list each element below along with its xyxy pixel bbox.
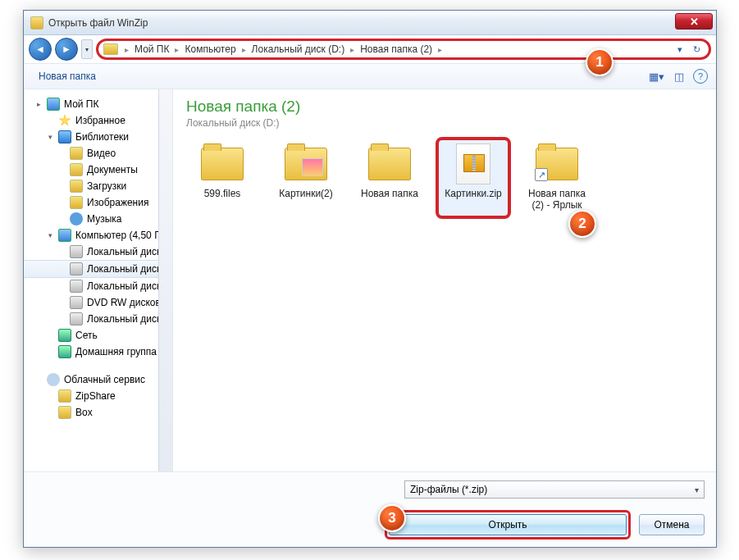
- file-item[interactable]: Новая папка: [354, 139, 426, 217]
- expand-icon[interactable]: ▾: [46, 231, 54, 239]
- tree-item-label: Локальный диск: [87, 313, 161, 325]
- folder-icon: [58, 406, 71, 419]
- close-button[interactable]: ✕: [675, 13, 713, 30]
- cloud-icon: [47, 373, 60, 386]
- window-title: Открыть файл WinZip: [48, 17, 148, 29]
- file-item[interactable]: ↗Новая папка (2) - Ярлык: [521, 139, 593, 217]
- pc-icon: [47, 98, 60, 111]
- callout-2: 2: [568, 210, 596, 238]
- tree-item[interactable]: Локальный диск: [24, 260, 172, 278]
- view-options-icon[interactable]: ▦▾: [647, 67, 665, 85]
- dialog-window: Открыть файл WinZip ✕ ◄ ► ▾ ▸ Мой ПК ▸ К…: [23, 10, 717, 548]
- tree-item[interactable]: Изображения: [24, 194, 172, 211]
- tree-item-label: Видео: [87, 148, 116, 159]
- tree-item[interactable]: ▾Библиотеки: [24, 129, 172, 145]
- file-item[interactable]: Картинки.zip: [437, 139, 509, 217]
- tree-item[interactable]: Домашняя группа: [24, 344, 172, 360]
- file-item[interactable]: Картинки(2): [270, 139, 342, 217]
- address-bar[interactable]: ▸ Мой ПК ▸ Компьютер ▸ Локальный диск (D…: [96, 39, 711, 60]
- tree-item[interactable]: Box: [24, 404, 172, 421]
- back-button[interactable]: ◄: [29, 38, 52, 61]
- tree-item[interactable]: Локальный диск: [24, 278, 172, 294]
- tree-item[interactable]: Локальный диск: [24, 244, 172, 260]
- sidebar: ▸Мой ПКИзбранное▾БиблиотекиВидеоДокумент…: [24, 89, 173, 471]
- pc-icon: [58, 229, 71, 242]
- breadcrumb-item[interactable]: Локальный диск (D:): [249, 42, 348, 57]
- expand-icon[interactable]: ▸: [34, 100, 43, 108]
- tree-item-label: Box: [75, 407, 93, 418]
- content-header: Новая папка (2) Локальный диск (D:): [186, 98, 703, 129]
- file-label: Новая папка: [361, 188, 418, 199]
- disk-icon: [70, 245, 83, 258]
- callout-3: 3: [378, 504, 406, 532]
- chevron-right-icon: ▸: [123, 45, 130, 54]
- tree-item-label: Библиотеки: [75, 131, 129, 143]
- tree-item[interactable]: Загрузки: [24, 178, 172, 194]
- tree-item-label: Изображения: [87, 197, 148, 208]
- breadcrumb-item[interactable]: Мой ПК: [132, 42, 171, 57]
- expand-icon[interactable]: ▾: [46, 133, 54, 141]
- disk-icon: [70, 280, 83, 293]
- tree-item[interactable]: Видео: [24, 145, 172, 162]
- file-label: 599.files: [204, 188, 241, 199]
- tree-item[interactable]: ▾Компьютер (4,50 ГБ: [24, 227, 172, 244]
- folder-icon: [283, 144, 329, 184]
- open-button-label: Открыть: [488, 519, 527, 530]
- tree-item[interactable]: DVD RW дисков: [24, 294, 172, 311]
- forward-button[interactable]: ►: [55, 38, 78, 61]
- tree-item-label: Облачный сервис: [64, 374, 145, 385]
- footer: Zip-файлы (*.zip) Открыть Отмена: [24, 471, 716, 547]
- dropdown-icon[interactable]: ▾: [673, 42, 687, 57]
- tree-item-label: Музыка: [87, 213, 121, 225]
- breadcrumb-item[interactable]: Новая папка (2): [358, 42, 435, 57]
- zip-file-icon: [450, 144, 496, 184]
- breadcrumb: ▸ Мой ПК ▸ Компьютер ▸ Локальный диск (D…: [123, 42, 444, 57]
- tree-item[interactable]: Избранное: [24, 112, 172, 129]
- preview-pane-icon[interactable]: ◫: [670, 67, 688, 85]
- tree-item-label: Избранное: [75, 115, 125, 126]
- history-dropdown[interactable]: ▾: [81, 39, 93, 59]
- content-pane: Новая папка (2) Локальный диск (D:) 599.…: [173, 89, 716, 471]
- tree-item-label: Сеть: [75, 330, 98, 341]
- tree-item-label: Документы: [87, 164, 138, 175]
- tree-item-label: Локальный диск: [87, 246, 161, 257]
- folder-icon: [70, 147, 83, 160]
- location-title: Новая папка (2): [186, 98, 703, 116]
- open-button[interactable]: Открыть: [389, 514, 627, 535]
- chevron-right-icon: ▸: [240, 45, 248, 54]
- tree-item-label: Компьютер (4,50 ГБ: [75, 230, 167, 241]
- disk-icon: [70, 312, 83, 326]
- file-type-combo[interactable]: Zip-файлы (*.zip): [404, 480, 705, 499]
- net-icon: [58, 345, 71, 358]
- body-area: ▸Мой ПКИзбранное▾БиблиотекиВидеоДокумент…: [24, 89, 716, 471]
- folder-icon: [58, 389, 71, 403]
- folder-icon: [70, 180, 83, 193]
- tree-item[interactable]: Облачный сервис: [24, 371, 172, 388]
- file-label: Картинки(2): [279, 188, 333, 199]
- tree-item[interactable]: Документы: [24, 162, 172, 178]
- tree-item[interactable]: Музыка: [24, 211, 172, 227]
- disk-icon: [70, 296, 83, 309]
- folder-icon: [199, 144, 245, 184]
- tree-item-label: ZipShare: [75, 390, 116, 402]
- lib-icon: [58, 130, 71, 143]
- cancel-button[interactable]: Отмена: [639, 514, 705, 535]
- file-label: Новая папка (2) - Ярлык: [523, 188, 591, 212]
- refresh-icon[interactable]: ↻: [689, 42, 704, 57]
- breadcrumb-item[interactable]: Компьютер: [182, 42, 238, 57]
- disk-icon: [70, 262, 83, 275]
- tree-item-label: Мой ПК: [64, 98, 98, 110]
- callout-1: 1: [586, 48, 614, 76]
- tree-item[interactable]: ZipShare: [24, 388, 172, 404]
- file-item[interactable]: 599.files: [186, 139, 258, 217]
- file-type-value: Zip-файлы (*.zip): [410, 484, 487, 495]
- tree-item-label: Загрузки: [87, 180, 126, 192]
- new-folder-button[interactable]: Новая папка: [32, 67, 103, 85]
- folder-icon: [367, 144, 413, 184]
- help-icon[interactable]: ?: [693, 69, 708, 84]
- tree-item[interactable]: ▸Мой ПК: [24, 96, 172, 112]
- tree-item[interactable]: Сеть: [24, 327, 172, 344]
- tree-item-label: DVD RW дисков: [87, 297, 161, 308]
- tree-item[interactable]: Локальный диск: [24, 311, 172, 327]
- net-icon: [58, 329, 71, 342]
